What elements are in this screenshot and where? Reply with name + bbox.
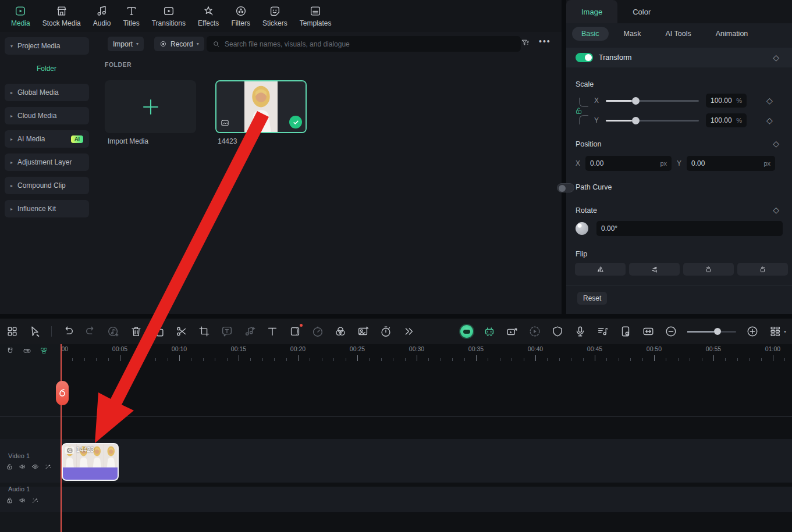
device-preview-icon[interactable] [619,325,632,338]
scale-x-slider[interactable] [606,100,699,102]
mask-square-icon[interactable] [289,325,301,338]
timeline-clip-14423[interactable]: 14423 [62,443,119,481]
timeline-zoom-slider[interactable] [687,331,736,333]
tab-image[interactable]: Image [566,0,617,23]
timer-icon[interactable] [379,325,392,338]
keyframe-diamond-icon[interactable]: ◇ [773,140,779,148]
cursor-select-icon[interactable] [29,325,41,338]
sidebar-item-project-media[interactable]: ▾Project Media [5,37,89,55]
position-x-field[interactable]: 0.00px [585,156,672,171]
playhead-handle[interactable] [56,381,69,405]
microphone-icon[interactable] [574,325,587,338]
track-manager-icon[interactable]: ▾ [769,325,786,338]
sidebar-item-adjustment-layer[interactable]: ▸Adjustment Layer [5,153,89,171]
slider-knob[interactable] [632,97,640,105]
flip-horizontal-button[interactable] [575,263,626,276]
tab-titles[interactable]: Titles [118,2,144,30]
subtab-ai-tools[interactable]: AI Tools [656,27,700,41]
redo-icon[interactable] [84,325,97,338]
flip-vertical-button[interactable] [629,263,680,276]
sidebar-item-ai-media[interactable]: ▸AI MediaAI [5,130,89,148]
position-y-field[interactable]: 0.00px [687,156,775,171]
subtab-animation[interactable]: Animation [706,27,758,41]
zoom-out-icon[interactable] [665,325,677,338]
keyframe-diamond-icon[interactable]: ◇ [766,97,773,105]
more-options-icon[interactable]: ••• [539,37,551,46]
tab-filters[interactable]: Filters [226,2,255,30]
slider-knob[interactable] [714,328,721,335]
shield-icon[interactable] [551,325,564,338]
tab-transitions[interactable]: Transitions [147,2,191,30]
undo-icon[interactable] [62,325,74,338]
ai-audio-icon[interactable] [107,325,120,338]
rotate-cw-button[interactable] [683,263,734,276]
scale-y-slider[interactable] [606,120,699,122]
render-preview-icon[interactable] [528,325,541,338]
scissors-icon[interactable] [175,325,188,338]
slider-knob[interactable] [632,117,640,124]
playhead-line[interactable] [61,344,62,532]
rotate-value-field[interactable]: 0.00° [596,221,783,236]
more-chevrons-icon[interactable] [402,325,415,338]
mute-track-icon[interactable] [19,463,26,470]
lock-track-icon[interactable] [6,497,13,504]
tab-templates[interactable]: Templates [294,2,337,30]
sidebar-item-compound-clip[interactable]: ▸Compound Clip [5,177,89,194]
grid-icon[interactable] [6,325,19,338]
link-clips-icon[interactable] [23,347,31,355]
auto-ripple-icon[interactable] [40,347,48,355]
sidebar-item-cloud-media[interactable]: ▸Cloud Media [5,107,89,124]
trash-icon[interactable] [130,325,143,338]
mute-track-icon[interactable] [19,497,26,504]
fit-timeline-icon[interactable] [642,325,655,338]
timeline-ruler[interactable]: 00:00 00:05 00:10 00:15 00:20 00:25 00:3… [61,344,792,362]
reset-button[interactable]: Reset [577,292,607,305]
record-dropdown-button[interactable]: Record▾ [154,37,204,51]
export-clip-icon[interactable] [506,325,518,338]
magic-wand-icon[interactable] [44,463,52,470]
lock-track-icon[interactable] [6,463,13,470]
keyframe-diamond-icon[interactable]: ◇ [766,116,773,124]
speed-icon[interactable] [311,325,324,338]
sidebar-item-global-media[interactable]: ▸Global Media [5,84,89,101]
sidebar-item-influence-kit[interactable]: ▸Influence Kit [5,200,89,217]
rotate-dial[interactable] [576,222,588,235]
rotate-ccw-button[interactable] [737,263,788,276]
video-track-row[interactable] [0,439,792,483]
hide-track-icon[interactable] [31,463,39,470]
image-edit-icon[interactable] [357,325,370,338]
subtab-basic[interactable]: Basic [572,27,609,41]
magnet-snap-icon[interactable] [6,347,15,355]
keyframe-diamond-icon[interactable]: ◇ [773,206,779,214]
import-media-card[interactable] [105,80,196,133]
tab-effects[interactable]: Effects [193,2,224,30]
zoom-in-icon[interactable] [746,325,759,338]
tab-color[interactable]: Color [617,0,666,23]
audio-sparkle-icon[interactable] [243,325,256,338]
audio-list-icon[interactable] [596,325,609,338]
ai-robot-icon[interactable] [483,325,496,338]
tab-audio[interactable]: Audio [88,2,116,30]
transform-toggle[interactable] [576,53,593,62]
speech-to-text-icon[interactable] [221,325,233,338]
crop-icon[interactable] [198,325,211,338]
import-dropdown-button[interactable]: Import▾ [108,37,144,51]
magic-wand-icon[interactable] [31,497,39,504]
tab-stickers[interactable]: Stickers [257,2,293,30]
scale-y-value-field[interactable]: 100.00% [706,113,747,127]
tab-stock-media[interactable]: Stock Media [37,2,86,30]
audio-track-row[interactable] [0,487,792,512]
path-curve-toggle[interactable] [557,183,574,192]
scale-x-value-field[interactable]: 100.00% [706,94,747,108]
lock-aspect-icon[interactable] [574,106,583,115]
color-wheel-icon[interactable] [334,325,347,338]
keyframe-diamond-icon[interactable]: ◇ [773,53,779,62]
subtab-mask[interactable]: Mask [615,27,651,41]
sidebar-item-folder[interactable]: Folder [23,65,70,73]
search-bar[interactable] [207,36,521,52]
search-input[interactable] [225,40,515,48]
media-item-14423[interactable] [215,80,307,133]
ai-copilot-icon[interactable] [460,325,473,338]
tab-media[interactable]: Media [6,2,35,30]
text-tool-icon[interactable] [266,325,279,338]
